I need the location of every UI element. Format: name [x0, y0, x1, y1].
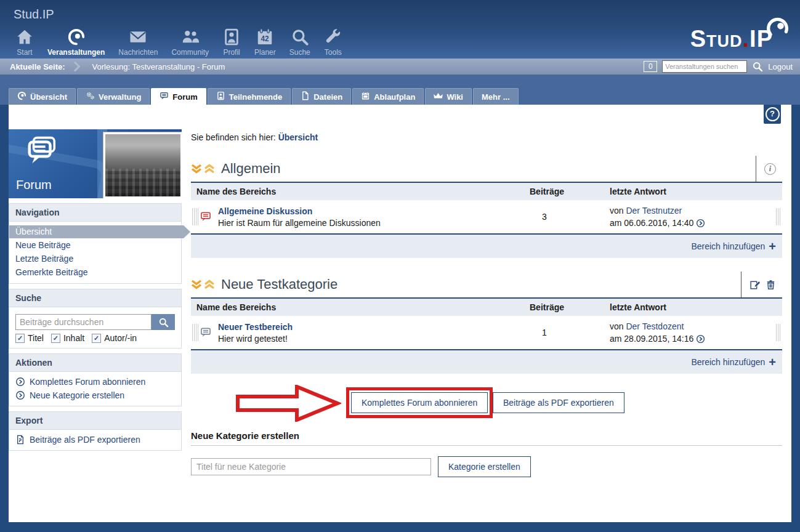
nav-item-planer[interactable]: 42 Planer	[248, 28, 283, 57]
sidebar-item-letzte-beitraege[interactable]: Letzte Beiträge	[9, 252, 181, 265]
category-allgemein: Allgemein Name des Bereichs Beiträge let…	[191, 156, 782, 258]
drag-handle[interactable]	[776, 208, 781, 225]
area-link[interactable]: Allgemeine Diskussion	[218, 206, 381, 216]
tab-uebersicht[interactable]: Übersicht	[9, 88, 76, 105]
tab-label: Mehr ...	[482, 92, 510, 102]
location-link[interactable]: Übersicht	[278, 132, 318, 142]
table-header: Name des Bereichs Beiträge letzte Antwor…	[191, 183, 782, 200]
nav-item-nachrichten[interactable]: Nachrichten	[111, 28, 164, 57]
info-icon[interactable]	[764, 163, 776, 175]
checkbox-checked-icon	[51, 334, 60, 343]
subscribe-forum-link[interactable]: Komplettes Forum abonnieren	[9, 375, 181, 389]
tab-mehr[interactable]: Mehr ...	[473, 88, 519, 105]
tools-icon	[324, 28, 342, 46]
actions-box: Aktionen Komplettes Forum abonnieren Neu…	[9, 353, 182, 406]
forum-bubble-icon	[25, 134, 59, 167]
area-description: Hier ist Raum für allgemeine Diskussione…	[218, 218, 381, 228]
drag-handle[interactable]	[776, 324, 781, 341]
tab-label: Wiki	[446, 92, 463, 102]
collapse-down-icon[interactable]	[191, 280, 202, 289]
location-label: Sie befinden sich hier:	[191, 132, 276, 142]
navigation-box: Navigation Übersicht Neue Beiträge Letzt…	[9, 203, 182, 284]
tab-dateien[interactable]: Dateien	[292, 88, 351, 105]
studip-logo: Stud.IP	[690, 27, 773, 50]
checkbox-label: Inhalt	[63, 333, 84, 343]
add-area-link[interactable]: Bereich hinzufügen	[691, 357, 765, 367]
tab-label: Forum	[172, 92, 197, 102]
message-counter[interactable]: 0	[644, 61, 657, 72]
new-category-section: Neue Kategorie erstellen Kategorie erste…	[191, 430, 782, 477]
author-link[interactable]: Der Testnutzer	[626, 206, 682, 216]
subscribe-forum-button[interactable]: Komplettes Forum abonnieren	[351, 392, 488, 413]
checkbox-inhalt[interactable]: Inhalt	[51, 333, 84, 343]
drag-handle[interactable]	[192, 324, 198, 341]
breadcrumb-label: Aktuelle Seite:	[0, 62, 71, 71]
breadcrumb-current-page: Vorlesung: Testveranstaltung - Forum	[92, 62, 225, 71]
drag-handle[interactable]	[192, 208, 198, 225]
collapse-up-icon[interactable]	[204, 280, 215, 289]
tab-wiki[interactable]: Wiki	[425, 88, 472, 105]
nav-item-label: Suche	[289, 48, 310, 57]
add-area-link[interactable]: Bereich hinzufügen	[691, 241, 765, 251]
tab-label: Verwaltung	[99, 92, 141, 102]
nav-item-profil[interactable]: Profil	[216, 28, 248, 57]
course-search-input[interactable]	[662, 60, 747, 73]
tab-teilnehmende[interactable]: Teilnehmende	[208, 88, 291, 105]
collapse-down-icon[interactable]	[191, 164, 202, 174]
search-box-title: Suche	[9, 289, 181, 307]
gears-icon	[86, 91, 95, 102]
new-category-title-input[interactable]	[191, 458, 431, 475]
nav-item-suche[interactable]: Suche	[283, 28, 317, 57]
action-label: Komplettes Forum abonnieren	[30, 377, 145, 387]
posts-count: 1	[530, 328, 610, 337]
last-answer-date: am 06.06.2016, 14:40	[610, 218, 693, 228]
checkbox-titel[interactable]: Titel	[15, 333, 44, 343]
export-pdf-button[interactable]: Beiträge als PDF exportieren	[493, 392, 624, 413]
nav-item-tools[interactable]: Tools	[317, 28, 349, 57]
author-link[interactable]: Der Testdozent	[626, 321, 684, 331]
checkbox-autor[interactable]: Autor/-in	[92, 333, 137, 343]
checkbox-checked-icon	[15, 334, 25, 343]
last-answer-cell: von Der Testnutzer am 06.06.2016, 14:40	[610, 204, 782, 229]
column-name: Name des Bereichs	[191, 187, 530, 196]
action-label: Neue Kategorie erstellen	[30, 390, 124, 400]
tab-label: Dateien	[313, 92, 342, 102]
export-pdf-link[interactable]: Beiträge als PDF exportieren	[9, 433, 181, 446]
goto-post-icon[interactable]	[696, 219, 705, 228]
logout-link[interactable]: Logout	[768, 62, 793, 71]
breadcrumb-bar: Aktuelle Seite: Vorlesung: Testveranstal…	[0, 58, 800, 75]
studip-page: Stud.IP Start Veranstaltungen Nachrichte…	[0, 0, 800, 532]
sidebar-item-gemerkte-beitraege[interactable]: Gemerkte Beiträge	[9, 266, 181, 279]
collapse-up-icon[interactable]	[204, 164, 215, 174]
course-tabs: Übersicht Verwaltung Forum Teilnehmende …	[9, 88, 520, 105]
sidebar-title: Forum	[16, 178, 52, 192]
goto-post-icon[interactable]	[696, 334, 705, 344]
nav-item-veranstaltungen[interactable]: Veranstaltungen	[41, 28, 111, 57]
tab-verwaltung[interactable]: Verwaltung	[77, 88, 150, 105]
search-icon[interactable]	[752, 61, 763, 72]
forum-search-input[interactable]	[15, 314, 152, 330]
site-header: Stud.IP Start Veranstaltungen Nachrichte…	[0, 0, 800, 58]
tab-band: Übersicht Verwaltung Forum Teilnehmende …	[0, 75, 800, 105]
breadcrumb: Sie befinden sich hier: Übersicht	[191, 132, 782, 142]
course-photo	[103, 132, 182, 198]
tab-forum[interactable]: Forum	[151, 88, 206, 105]
create-category-link[interactable]: Neue Kategorie erstellen	[9, 389, 181, 402]
edit-icon[interactable]	[749, 280, 760, 290]
main-column: Sie befinden sich hier: Übersicht Allgem…	[191, 105, 782, 477]
create-category-button[interactable]: Kategorie erstellen	[438, 456, 531, 477]
category-neue-testkategorie: Neue Testkategorie Name des Bereichs Bei…	[191, 272, 782, 374]
tab-ablaufplan[interactable]: Ablaufplan	[352, 88, 424, 105]
wiki-crown-icon	[434, 91, 443, 102]
plus-icon[interactable]	[769, 356, 776, 368]
area-link[interactable]: Neuer Testbereich	[218, 322, 293, 332]
plus-icon[interactable]	[769, 240, 776, 252]
sidebar-item-neue-beitraege[interactable]: Neue Beiträge	[9, 239, 181, 252]
nav-item-community[interactable]: Community	[164, 28, 216, 57]
trash-icon[interactable]	[766, 280, 776, 290]
sidebar-item-uebersicht[interactable]: Übersicht	[9, 225, 190, 238]
checkbox-label: Autor/-in	[104, 333, 137, 343]
nav-item-start[interactable]: Start	[9, 28, 41, 57]
forum-search-button[interactable]	[152, 314, 175, 330]
posts-count: 3	[530, 212, 610, 222]
